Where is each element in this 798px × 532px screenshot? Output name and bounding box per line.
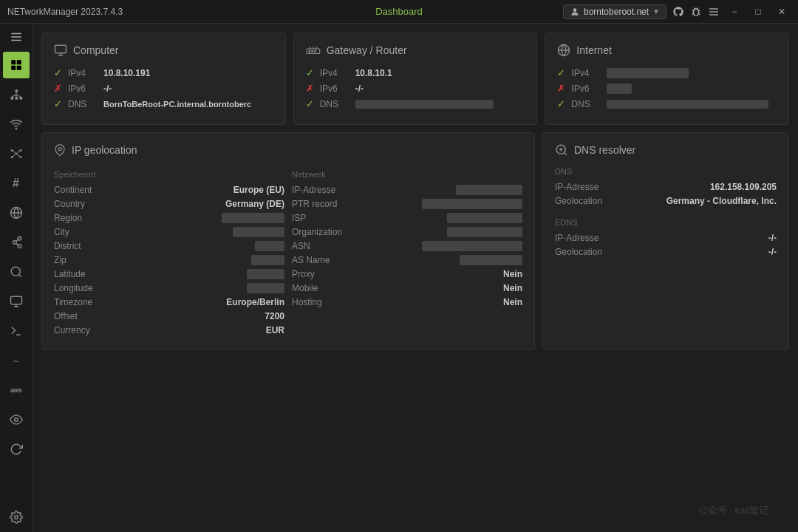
geo-lat-key: Latitude	[54, 269, 86, 279]
computer-dns-value: BornToBeRoot-PC.internal.borntoberc	[103, 100, 251, 109]
svg-point-20	[10, 149, 13, 151]
geo-ptr-key: PTR record	[292, 199, 337, 209]
sidebar-item-hashtag[interactable]: #	[3, 170, 30, 197]
geo-mobile-val: Nein	[503, 283, 522, 293]
user-badge[interactable]: borntoberoot.net ▼	[563, 4, 666, 19]
internet-ipv6-row: ✗ IPv6 ████	[557, 83, 777, 94]
gateway-ipv6-cross: ✗	[306, 83, 314, 94]
dns-ipaddr-row: IP-Adresse 162.158.109.205	[555, 182, 777, 192]
geo-continent-val: Europe (EU)	[233, 185, 284, 195]
geo-ipaddr-val: ██████████	[456, 185, 522, 195]
geo-asname-row: AS Name ██████████	[292, 255, 522, 265]
sidebar-item-aws[interactable]: aws	[3, 377, 30, 403]
internet-ipv4-label: IPv4	[571, 68, 601, 78]
geo-speicherort-label: Speicherort	[54, 170, 284, 179]
internet-dns-row: ✓ DNS ████████████████████████████	[557, 98, 777, 109]
geo-city-key: City	[54, 227, 69, 237]
svg-line-27	[17, 154, 19, 157]
geo-isp-row: ISP ████████████	[292, 213, 522, 223]
sidebar-item-dashboard[interactable]	[3, 52, 30, 78]
sidebar-toggle[interactable]	[3, 27, 30, 47]
svg-line-33	[16, 239, 18, 242]
svg-point-19	[15, 153, 17, 155]
dns-section-label: DNS	[555, 167, 777, 176]
edns-ipaddr-key: IP-Adresse	[555, 233, 598, 243]
svg-rect-1	[709, 8, 718, 9]
app-title: NETworkManager 2023.7.4.3	[7, 7, 123, 17]
geo-country-key: Country	[54, 199, 85, 209]
gateway-title: Gateway / Router	[327, 44, 407, 56]
titlebar-controls: borntoberoot.net ▼ − □ ✕	[563, 3, 791, 21]
geo-timezone-row: Timezone Europe/Berlin	[54, 297, 284, 307]
svg-rect-13	[19, 97, 22, 100]
sidebar-item-monitor[interactable]	[3, 288, 30, 315]
sidebar-item-globe[interactable]	[3, 200, 30, 226]
sidebar-item-search[interactable]	[3, 259, 30, 285]
svg-line-16	[12, 95, 16, 97]
geo-asname-val: ██████████	[460, 255, 522, 265]
svg-rect-37	[10, 296, 21, 304]
svg-point-21	[19, 149, 21, 151]
sidebar-item-settings[interactable]	[3, 504, 30, 531]
computer-ipv4-row: ✓ IPv4 10.8.10.191	[54, 67, 273, 78]
geo-region-val: ██████████	[222, 213, 284, 223]
geo-title: IP geolocation	[72, 144, 137, 156]
sidebar-item-connections[interactable]	[3, 229, 30, 256]
geo-asn-val: ████████████████	[422, 241, 522, 251]
computer-ipv4-label: IPv4	[68, 68, 98, 78]
svg-line-57	[564, 152, 566, 154]
geo-district-val: ████	[255, 241, 284, 251]
geo-proxy-row: Proxy Nein	[292, 269, 522, 279]
geo-country-row: Country Germany (DE)	[54, 199, 284, 209]
svg-rect-2	[709, 11, 718, 12]
computer-dns-row: ✓ DNS BornToBeRoot-PC.internal.borntober…	[54, 98, 273, 109]
svg-point-47	[309, 50, 310, 52]
geo-zip-val: █████	[251, 255, 284, 265]
minimize-button[interactable]: −	[726, 3, 743, 21]
geo-ipaddr-row: IP-Adresse ██████████	[292, 185, 522, 195]
svg-line-34	[16, 243, 18, 245]
svg-rect-10	[16, 66, 21, 70]
internet-ipv4-row: ✓ IPv4 █████████████	[557, 67, 777, 78]
geo-city-val: ████████	[233, 227, 284, 237]
geo-mobile-key: Mobile	[292, 283, 318, 293]
edns-geo-key: Geolocation	[555, 247, 602, 257]
maximize-button[interactable]: □	[749, 3, 767, 21]
geo-timezone-key: Timezone	[54, 297, 92, 307]
bug-icon[interactable]	[690, 6, 702, 18]
svg-rect-5	[11, 36, 21, 38]
geo-asn-row: ASN ████████████████	[292, 241, 522, 251]
sidebar-item-terminal[interactable]	[3, 318, 30, 344]
svg-rect-14	[15, 89, 18, 92]
svg-point-42	[14, 516, 18, 519]
gateway-ipv4-value: 10.8.10.1	[355, 68, 392, 78]
computer-ipv6-value: -/-	[103, 83, 112, 94]
sidebar-item-wifi[interactable]	[3, 111, 30, 137]
svg-rect-6	[11, 40, 21, 41]
sidebar-item-eye[interactable]	[3, 406, 30, 433]
sidebar-item-refresh[interactable]	[3, 436, 30, 463]
menu-icon[interactable]	[708, 6, 720, 18]
sidebar-item-ssh[interactable]: ~	[3, 347, 30, 374]
svg-point-35	[11, 267, 20, 276]
gateway-ipv4-label: IPv4	[320, 68, 349, 78]
user-name: borntoberoot.net	[584, 7, 649, 17]
geo-country-val: Germany (DE)	[225, 199, 284, 209]
internet-ipv6-label: IPv6	[571, 83, 601, 94]
github-icon[interactable]	[672, 6, 684, 18]
geo-region-key: Region	[54, 213, 82, 223]
location-icon	[54, 143, 66, 157]
svg-rect-11	[10, 97, 13, 100]
dns-geo-val: Germany - Cloudflare, Inc.	[666, 196, 777, 206]
internet-ipv4-value: █████████████	[607, 68, 689, 78]
sidebar-item-topology[interactable]	[3, 140, 30, 167]
svg-line-17	[16, 95, 21, 97]
dns-resolver-card: DNS resolver DNS IP-Adresse 162.158.109.…	[542, 132, 789, 350]
dns-geo-row: Geolocation Germany - Cloudflare, Inc.	[555, 196, 777, 206]
gateway-ipv4-row: ✓ IPv4 10.8.10.1	[306, 67, 525, 78]
gateway-ipv4-check: ✓	[306, 67, 314, 78]
sidebar-item-network[interactable]	[3, 81, 30, 108]
geo-columns: Speicherort Continent Europe (EU) Countr…	[54, 167, 522, 339]
geo-org-row: Organization ████████████	[292, 227, 522, 237]
close-button[interactable]: ✕	[773, 3, 791, 21]
